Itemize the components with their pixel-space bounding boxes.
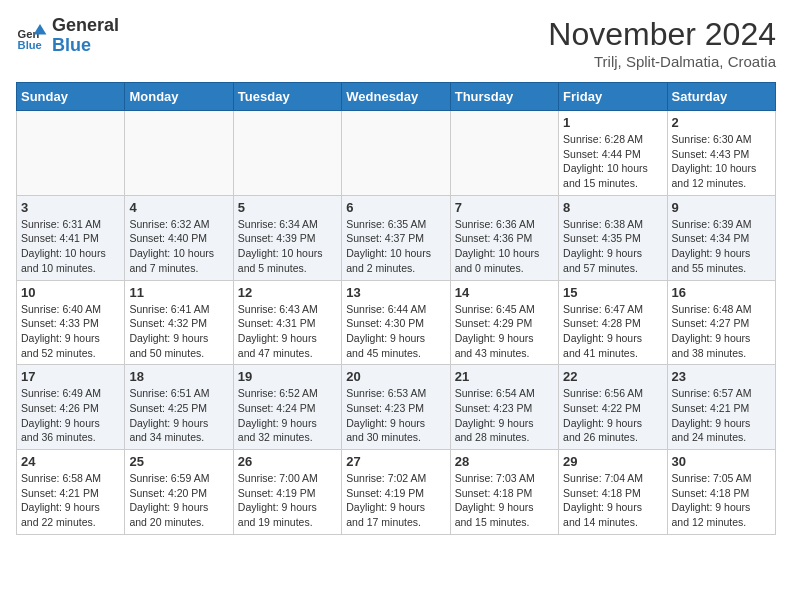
day-info: Sunrise: 6:41 AM Sunset: 4:32 PM Dayligh… xyxy=(129,302,228,361)
calendar-cell: 30Sunrise: 7:05 AM Sunset: 4:18 PM Dayli… xyxy=(667,450,775,535)
day-number: 6 xyxy=(346,200,445,215)
day-info: Sunrise: 6:38 AM Sunset: 4:35 PM Dayligh… xyxy=(563,217,662,276)
day-info: Sunrise: 7:04 AM Sunset: 4:18 PM Dayligh… xyxy=(563,471,662,530)
calendar-cell: 7Sunrise: 6:36 AM Sunset: 4:36 PM Daylig… xyxy=(450,195,558,280)
calendar-cell xyxy=(342,111,450,196)
logo-general-text: General xyxy=(52,16,119,36)
day-number: 26 xyxy=(238,454,337,469)
day-info: Sunrise: 6:58 AM Sunset: 4:21 PM Dayligh… xyxy=(21,471,120,530)
day-number: 30 xyxy=(672,454,771,469)
day-info: Sunrise: 6:36 AM Sunset: 4:36 PM Dayligh… xyxy=(455,217,554,276)
logo-icon: Gen Blue xyxy=(16,20,48,52)
day-number: 11 xyxy=(129,285,228,300)
calendar-cell: 23Sunrise: 6:57 AM Sunset: 4:21 PM Dayli… xyxy=(667,365,775,450)
calendar-cell: 11Sunrise: 6:41 AM Sunset: 4:32 PM Dayli… xyxy=(125,280,233,365)
day-number: 14 xyxy=(455,285,554,300)
day-info: Sunrise: 6:48 AM Sunset: 4:27 PM Dayligh… xyxy=(672,302,771,361)
calendar-cell: 27Sunrise: 7:02 AM Sunset: 4:19 PM Dayli… xyxy=(342,450,450,535)
calendar-cell: 3Sunrise: 6:31 AM Sunset: 4:41 PM Daylig… xyxy=(17,195,125,280)
svg-text:Blue: Blue xyxy=(18,39,42,51)
day-info: Sunrise: 6:54 AM Sunset: 4:23 PM Dayligh… xyxy=(455,386,554,445)
day-number: 20 xyxy=(346,369,445,384)
calendar-cell xyxy=(17,111,125,196)
calendar-cell: 19Sunrise: 6:52 AM Sunset: 4:24 PM Dayli… xyxy=(233,365,341,450)
day-info: Sunrise: 6:44 AM Sunset: 4:30 PM Dayligh… xyxy=(346,302,445,361)
day-number: 10 xyxy=(21,285,120,300)
calendar-cell: 22Sunrise: 6:56 AM Sunset: 4:22 PM Dayli… xyxy=(559,365,667,450)
day-number: 23 xyxy=(672,369,771,384)
calendar-cell: 14Sunrise: 6:45 AM Sunset: 4:29 PM Dayli… xyxy=(450,280,558,365)
day-number: 28 xyxy=(455,454,554,469)
day-info: Sunrise: 6:52 AM Sunset: 4:24 PM Dayligh… xyxy=(238,386,337,445)
day-number: 29 xyxy=(563,454,662,469)
calendar-week-0: 1Sunrise: 6:28 AM Sunset: 4:44 PM Daylig… xyxy=(17,111,776,196)
day-info: Sunrise: 6:51 AM Sunset: 4:25 PM Dayligh… xyxy=(129,386,228,445)
day-number: 19 xyxy=(238,369,337,384)
day-info: Sunrise: 6:34 AM Sunset: 4:39 PM Dayligh… xyxy=(238,217,337,276)
calendar-cell: 6Sunrise: 6:35 AM Sunset: 4:37 PM Daylig… xyxy=(342,195,450,280)
day-number: 9 xyxy=(672,200,771,215)
calendar-table: SundayMondayTuesdayWednesdayThursdayFrid… xyxy=(16,82,776,535)
day-number: 7 xyxy=(455,200,554,215)
calendar-body: 1Sunrise: 6:28 AM Sunset: 4:44 PM Daylig… xyxy=(17,111,776,535)
day-number: 13 xyxy=(346,285,445,300)
calendar-cell: 5Sunrise: 6:34 AM Sunset: 4:39 PM Daylig… xyxy=(233,195,341,280)
day-info: Sunrise: 6:30 AM Sunset: 4:43 PM Dayligh… xyxy=(672,132,771,191)
calendar-cell: 10Sunrise: 6:40 AM Sunset: 4:33 PM Dayli… xyxy=(17,280,125,365)
day-number: 5 xyxy=(238,200,337,215)
day-info: Sunrise: 6:40 AM Sunset: 4:33 PM Dayligh… xyxy=(21,302,120,361)
day-number: 17 xyxy=(21,369,120,384)
logo: Gen Blue General Blue xyxy=(16,16,119,56)
day-number: 3 xyxy=(21,200,120,215)
calendar-cell: 2Sunrise: 6:30 AM Sunset: 4:43 PM Daylig… xyxy=(667,111,775,196)
day-info: Sunrise: 7:03 AM Sunset: 4:18 PM Dayligh… xyxy=(455,471,554,530)
day-info: Sunrise: 6:35 AM Sunset: 4:37 PM Dayligh… xyxy=(346,217,445,276)
calendar-cell: 8Sunrise: 6:38 AM Sunset: 4:35 PM Daylig… xyxy=(559,195,667,280)
day-number: 8 xyxy=(563,200,662,215)
day-info: Sunrise: 6:43 AM Sunset: 4:31 PM Dayligh… xyxy=(238,302,337,361)
calendar-cell: 29Sunrise: 7:04 AM Sunset: 4:18 PM Dayli… xyxy=(559,450,667,535)
calendar-cell: 4Sunrise: 6:32 AM Sunset: 4:40 PM Daylig… xyxy=(125,195,233,280)
day-info: Sunrise: 6:57 AM Sunset: 4:21 PM Dayligh… xyxy=(672,386,771,445)
day-number: 15 xyxy=(563,285,662,300)
calendar-cell: 28Sunrise: 7:03 AM Sunset: 4:18 PM Dayli… xyxy=(450,450,558,535)
day-info: Sunrise: 6:59 AM Sunset: 4:20 PM Dayligh… xyxy=(129,471,228,530)
day-info: Sunrise: 6:31 AM Sunset: 4:41 PM Dayligh… xyxy=(21,217,120,276)
header-day-friday: Friday xyxy=(559,83,667,111)
calendar-week-2: 10Sunrise: 6:40 AM Sunset: 4:33 PM Dayli… xyxy=(17,280,776,365)
day-info: Sunrise: 6:32 AM Sunset: 4:40 PM Dayligh… xyxy=(129,217,228,276)
calendar-cell: 13Sunrise: 6:44 AM Sunset: 4:30 PM Dayli… xyxy=(342,280,450,365)
day-info: Sunrise: 7:02 AM Sunset: 4:19 PM Dayligh… xyxy=(346,471,445,530)
calendar-cell: 17Sunrise: 6:49 AM Sunset: 4:26 PM Dayli… xyxy=(17,365,125,450)
day-number: 1 xyxy=(563,115,662,130)
calendar-cell xyxy=(450,111,558,196)
day-number: 2 xyxy=(672,115,771,130)
calendar-cell: 26Sunrise: 7:00 AM Sunset: 4:19 PM Dayli… xyxy=(233,450,341,535)
day-info: Sunrise: 6:49 AM Sunset: 4:26 PM Dayligh… xyxy=(21,386,120,445)
calendar-cell xyxy=(125,111,233,196)
day-number: 16 xyxy=(672,285,771,300)
header-day-saturday: Saturday xyxy=(667,83,775,111)
calendar-cell: 20Sunrise: 6:53 AM Sunset: 4:23 PM Dayli… xyxy=(342,365,450,450)
calendar-cell: 9Sunrise: 6:39 AM Sunset: 4:34 PM Daylig… xyxy=(667,195,775,280)
calendar-week-4: 24Sunrise: 6:58 AM Sunset: 4:21 PM Dayli… xyxy=(17,450,776,535)
header-day-sunday: Sunday xyxy=(17,83,125,111)
header: Gen Blue General Blue November 2024 Tril… xyxy=(16,16,776,70)
calendar-header-row: SundayMondayTuesdayWednesdayThursdayFrid… xyxy=(17,83,776,111)
day-info: Sunrise: 6:47 AM Sunset: 4:28 PM Dayligh… xyxy=(563,302,662,361)
day-info: Sunrise: 6:53 AM Sunset: 4:23 PM Dayligh… xyxy=(346,386,445,445)
calendar-cell: 25Sunrise: 6:59 AM Sunset: 4:20 PM Dayli… xyxy=(125,450,233,535)
day-number: 18 xyxy=(129,369,228,384)
logo-blue-text: Blue xyxy=(52,36,119,56)
title-area: November 2024 Trilj, Split-Dalmatia, Cro… xyxy=(548,16,776,70)
day-info: Sunrise: 6:39 AM Sunset: 4:34 PM Dayligh… xyxy=(672,217,771,276)
day-number: 22 xyxy=(563,369,662,384)
day-info: Sunrise: 6:56 AM Sunset: 4:22 PM Dayligh… xyxy=(563,386,662,445)
logo-text: General Blue xyxy=(52,16,119,56)
day-number: 25 xyxy=(129,454,228,469)
header-day-thursday: Thursday xyxy=(450,83,558,111)
day-info: Sunrise: 6:45 AM Sunset: 4:29 PM Dayligh… xyxy=(455,302,554,361)
calendar-cell: 12Sunrise: 6:43 AM Sunset: 4:31 PM Dayli… xyxy=(233,280,341,365)
calendar-cell: 21Sunrise: 6:54 AM Sunset: 4:23 PM Dayli… xyxy=(450,365,558,450)
day-info: Sunrise: 7:05 AM Sunset: 4:18 PM Dayligh… xyxy=(672,471,771,530)
